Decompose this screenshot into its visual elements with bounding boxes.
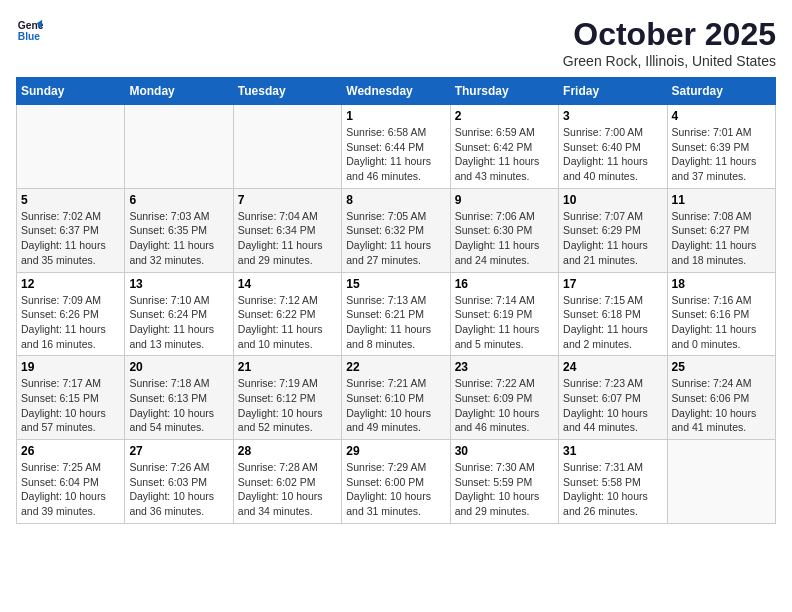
day-number: 28: [238, 444, 337, 458]
cell-info: Sunrise: 7:18 AM: [129, 376, 228, 391]
cell-info: Sunrise: 7:08 AM: [672, 209, 771, 224]
day-number: 6: [129, 193, 228, 207]
cell-info: Sunset: 6:34 PM: [238, 223, 337, 238]
day-number: 3: [563, 109, 662, 123]
day-number: 18: [672, 277, 771, 291]
cell-info: Daylight: 11 hours and 0 minutes.: [672, 322, 771, 351]
cell-info: Daylight: 10 hours and 36 minutes.: [129, 489, 228, 518]
cell-info: Sunset: 6:04 PM: [21, 475, 120, 490]
cell-info: Sunset: 6:40 PM: [563, 140, 662, 155]
day-number: 12: [21, 277, 120, 291]
cell-info: Sunrise: 7:31 AM: [563, 460, 662, 475]
weekday-header-row: SundayMondayTuesdayWednesdayThursdayFrid…: [17, 78, 776, 105]
cell-info: Daylight: 11 hours and 5 minutes.: [455, 322, 554, 351]
cell-info: Sunrise: 7:03 AM: [129, 209, 228, 224]
weekday-header-monday: Monday: [125, 78, 233, 105]
cell-info: Sunrise: 7:16 AM: [672, 293, 771, 308]
cell-info: Daylight: 11 hours and 13 minutes.: [129, 322, 228, 351]
day-number: 8: [346, 193, 445, 207]
cell-info: Sunset: 6:18 PM: [563, 307, 662, 322]
cell-info: Sunrise: 7:24 AM: [672, 376, 771, 391]
cell-info: Sunset: 5:59 PM: [455, 475, 554, 490]
day-number: 10: [563, 193, 662, 207]
cell-info: Daylight: 11 hours and 21 minutes.: [563, 238, 662, 267]
cell-info: Daylight: 10 hours and 52 minutes.: [238, 406, 337, 435]
calendar-cell: 29Sunrise: 7:29 AMSunset: 6:00 PMDayligh…: [342, 440, 450, 524]
cell-info: Daylight: 10 hours and 46 minutes.: [455, 406, 554, 435]
weekday-header-wednesday: Wednesday: [342, 78, 450, 105]
cell-info: Sunset: 6:03 PM: [129, 475, 228, 490]
header: General Blue October 2025 Green Rock, Il…: [16, 16, 776, 69]
weekday-header-friday: Friday: [559, 78, 667, 105]
day-number: 26: [21, 444, 120, 458]
cell-info: Sunrise: 7:26 AM: [129, 460, 228, 475]
weekday-header-tuesday: Tuesday: [233, 78, 341, 105]
day-number: 4: [672, 109, 771, 123]
calendar-cell: 17Sunrise: 7:15 AMSunset: 6:18 PMDayligh…: [559, 272, 667, 356]
cell-info: Sunset: 6:00 PM: [346, 475, 445, 490]
calendar-cell: 30Sunrise: 7:30 AMSunset: 5:59 PMDayligh…: [450, 440, 558, 524]
cell-info: Sunrise: 7:12 AM: [238, 293, 337, 308]
day-number: 5: [21, 193, 120, 207]
cell-info: Sunrise: 7:09 AM: [21, 293, 120, 308]
calendar-cell: 26Sunrise: 7:25 AMSunset: 6:04 PMDayligh…: [17, 440, 125, 524]
cell-info: Sunset: 6:24 PM: [129, 307, 228, 322]
calendar-week-row: 5Sunrise: 7:02 AMSunset: 6:37 PMDaylight…: [17, 188, 776, 272]
calendar-cell: 2Sunrise: 6:59 AMSunset: 6:42 PMDaylight…: [450, 105, 558, 189]
location-subtitle: Green Rock, Illinois, United States: [563, 53, 776, 69]
cell-info: Daylight: 11 hours and 35 minutes.: [21, 238, 120, 267]
cell-info: Sunset: 6:39 PM: [672, 140, 771, 155]
cell-info: Sunset: 6:42 PM: [455, 140, 554, 155]
calendar-cell: [233, 105, 341, 189]
calendar-cell: 31Sunrise: 7:31 AMSunset: 5:58 PMDayligh…: [559, 440, 667, 524]
calendar-cell: [125, 105, 233, 189]
day-number: 21: [238, 360, 337, 374]
cell-info: Sunrise: 7:23 AM: [563, 376, 662, 391]
calendar-cell: 23Sunrise: 7:22 AMSunset: 6:09 PMDayligh…: [450, 356, 558, 440]
calendar-cell: 11Sunrise: 7:08 AMSunset: 6:27 PMDayligh…: [667, 188, 775, 272]
cell-info: Daylight: 11 hours and 43 minutes.: [455, 154, 554, 183]
cell-info: Sunrise: 7:22 AM: [455, 376, 554, 391]
day-number: 16: [455, 277, 554, 291]
calendar-cell: 3Sunrise: 7:00 AMSunset: 6:40 PMDaylight…: [559, 105, 667, 189]
calendar-cell: 8Sunrise: 7:05 AMSunset: 6:32 PMDaylight…: [342, 188, 450, 272]
cell-info: Daylight: 10 hours and 31 minutes.: [346, 489, 445, 518]
cell-info: Sunrise: 7:13 AM: [346, 293, 445, 308]
cell-info: Sunset: 6:35 PM: [129, 223, 228, 238]
day-number: 23: [455, 360, 554, 374]
calendar-body: 1Sunrise: 6:58 AMSunset: 6:44 PMDaylight…: [17, 105, 776, 524]
cell-info: Sunrise: 7:19 AM: [238, 376, 337, 391]
cell-info: Sunset: 6:10 PM: [346, 391, 445, 406]
cell-info: Sunrise: 7:30 AM: [455, 460, 554, 475]
cell-info: Daylight: 10 hours and 44 minutes.: [563, 406, 662, 435]
cell-info: Daylight: 10 hours and 54 minutes.: [129, 406, 228, 435]
calendar-cell: 15Sunrise: 7:13 AMSunset: 6:21 PMDayligh…: [342, 272, 450, 356]
cell-info: Sunrise: 7:01 AM: [672, 125, 771, 140]
day-number: 9: [455, 193, 554, 207]
cell-info: Daylight: 11 hours and 18 minutes.: [672, 238, 771, 267]
cell-info: Sunrise: 7:10 AM: [129, 293, 228, 308]
calendar-week-row: 26Sunrise: 7:25 AMSunset: 6:04 PMDayligh…: [17, 440, 776, 524]
calendar-cell: [17, 105, 125, 189]
day-number: 22: [346, 360, 445, 374]
calendar-cell: 28Sunrise: 7:28 AMSunset: 6:02 PMDayligh…: [233, 440, 341, 524]
cell-info: Sunset: 6:27 PM: [672, 223, 771, 238]
cell-info: Daylight: 11 hours and 2 minutes.: [563, 322, 662, 351]
cell-info: Daylight: 11 hours and 37 minutes.: [672, 154, 771, 183]
calendar-cell: 9Sunrise: 7:06 AMSunset: 6:30 PMDaylight…: [450, 188, 558, 272]
cell-info: Sunset: 6:06 PM: [672, 391, 771, 406]
calendar-cell: 4Sunrise: 7:01 AMSunset: 6:39 PMDaylight…: [667, 105, 775, 189]
cell-info: Sunrise: 7:00 AM: [563, 125, 662, 140]
cell-info: Sunset: 6:15 PM: [21, 391, 120, 406]
calendar-cell: 22Sunrise: 7:21 AMSunset: 6:10 PMDayligh…: [342, 356, 450, 440]
cell-info: Daylight: 10 hours and 57 minutes.: [21, 406, 120, 435]
calendar-cell: 16Sunrise: 7:14 AMSunset: 6:19 PMDayligh…: [450, 272, 558, 356]
calendar-cell: 27Sunrise: 7:26 AMSunset: 6:03 PMDayligh…: [125, 440, 233, 524]
cell-info: Sunrise: 7:05 AM: [346, 209, 445, 224]
weekday-header-sunday: Sunday: [17, 78, 125, 105]
day-number: 7: [238, 193, 337, 207]
cell-info: Sunset: 6:21 PM: [346, 307, 445, 322]
cell-info: Sunset: 6:07 PM: [563, 391, 662, 406]
cell-info: Daylight: 11 hours and 10 minutes.: [238, 322, 337, 351]
cell-info: Sunset: 6:16 PM: [672, 307, 771, 322]
